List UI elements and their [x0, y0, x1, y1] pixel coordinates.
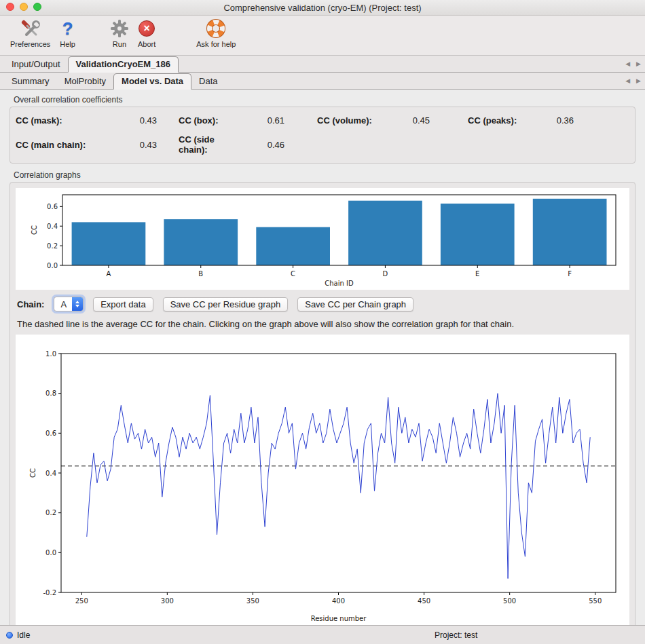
zoom-button[interactable]	[33, 3, 41, 11]
cc-per-chain-chart-panel: 0.00.20.40.6ABCDEFChain IDCC	[16, 188, 629, 290]
tab-molprobity[interactable]: MolProbity	[57, 74, 113, 89]
chevron-up-down-icon	[72, 297, 83, 311]
inner-tab-bar: Summary MolProbity Model vs. Data Data ◀…	[0, 73, 645, 90]
svg-text:500: 500	[503, 597, 516, 605]
traffic-lights	[6, 3, 41, 11]
help-question-icon: ?	[62, 18, 73, 39]
tab-scroll-left-icon[interactable]: ◀	[625, 78, 630, 84]
ask-for-help-button[interactable]: Ask for help	[191, 18, 240, 48]
export-data-button[interactable]: Export data	[93, 297, 153, 311]
run-label: Run	[113, 40, 126, 48]
svg-text:B: B	[198, 270, 203, 278]
svg-text:F: F	[568, 270, 572, 278]
svg-text:Chain ID: Chain ID	[325, 280, 354, 287]
svg-text:0.2: 0.2	[47, 242, 58, 250]
abort-icon: ×	[139, 18, 155, 39]
cc-box-label: CC (box):	[179, 115, 245, 126]
tab-model-vs-data[interactable]: Model vs. Data	[113, 73, 191, 90]
cc-mask-label: CC (mask):	[16, 115, 112, 126]
svg-text:CC: CC	[31, 225, 38, 235]
lifering-icon	[206, 18, 225, 39]
svg-text:D: D	[383, 270, 388, 278]
svg-text:450: 450	[418, 597, 430, 605]
cc-per-chain-bar-chart[interactable]: 0.00.20.40.6ABCDEFChain IDCC	[17, 188, 628, 290]
tab-summary[interactable]: Summary	[4, 74, 57, 89]
save-cc-per-residue-button[interactable]: Save CC per Residue graph	[163, 297, 289, 311]
toolbar: Preferences ? Help Run	[0, 16, 645, 56]
window-title: Comprehensive validation (cryo-EM) (Proj…	[223, 3, 421, 13]
cc-row-1: CC (mask):0.43 CC (box):0.61 CC (volume)…	[16, 115, 629, 126]
svg-text:Residue number: Residue number	[311, 615, 367, 622]
overall-cc-title: Overall correlation coefficients	[14, 95, 635, 105]
tab-scroll-left-icon[interactable]: ◀	[625, 61, 630, 67]
cc-peaks-value: 0.36	[534, 115, 574, 126]
svg-text:350: 350	[246, 597, 259, 605]
svg-text:0.4: 0.4	[45, 470, 56, 477]
tab-scroll-right-icon[interactable]: ▶	[636, 78, 641, 84]
cc-side-chain-label: CC (side chain):	[179, 134, 245, 155]
cc-side-chain-value: 0.46	[245, 140, 284, 150]
svg-text:0.2: 0.2	[45, 509, 56, 516]
svg-text:A: A	[106, 270, 111, 278]
preferences-label: Preferences	[10, 40, 50, 48]
svg-text:0.0: 0.0	[45, 549, 56, 556]
chain-controls: Chain: A Export data Save CC per Residue…	[17, 297, 629, 311]
cc-peaks-label: CC (peaks):	[468, 115, 534, 126]
svg-text:0.6: 0.6	[45, 430, 56, 437]
abort-label: Abort	[138, 40, 155, 48]
chain-select-value: A	[54, 297, 72, 311]
status-text: Idle	[17, 630, 30, 640]
run-button[interactable]: Run	[106, 18, 133, 48]
svg-text:550: 550	[589, 597, 602, 605]
svg-text:250: 250	[75, 597, 88, 605]
ask-for-help-label: Ask for help	[196, 40, 236, 48]
chain-select[interactable]: A	[54, 297, 84, 311]
preferences-tools-icon	[20, 18, 41, 39]
cc-per-residue-line-chart: -0.20.00.20.40.60.81.0250300350400450500…	[17, 335, 628, 625]
svg-text:0.0: 0.0	[47, 262, 58, 269]
svg-text:0.8: 0.8	[45, 390, 56, 397]
minimize-button[interactable]	[20, 3, 28, 11]
svg-text:C: C	[291, 270, 295, 278]
preferences-button[interactable]: Preferences	[5, 18, 55, 48]
overall-cc-group: Overall correlation coefficients CC (mas…	[10, 95, 635, 164]
dashed-line-note: The dashed line is the average CC for th…	[17, 319, 629, 329]
tab-input-output[interactable]: Input/Output	[4, 57, 68, 72]
svg-text:E: E	[475, 270, 479, 278]
cc-main-chain-value: 0.43	[112, 140, 157, 150]
svg-text:1.0: 1.0	[45, 350, 56, 358]
project-label: Project: test	[435, 630, 477, 640]
svg-text:300: 300	[161, 597, 174, 605]
close-button[interactable]	[6, 3, 14, 11]
cc-row-2: CC (main chain):0.43 CC (side chain):0.4…	[16, 134, 629, 155]
save-cc-per-chain-button[interactable]: Save CC per Chain graph	[297, 297, 413, 311]
svg-text:0.6: 0.6	[47, 203, 58, 210]
svg-text:0.4: 0.4	[47, 223, 58, 230]
abort-button[interactable]: × Abort	[133, 18, 160, 48]
cc-mask-value: 0.43	[112, 115, 157, 126]
statusbar: Idle Project: test	[0, 625, 645, 644]
cc-main-chain-label: CC (main chain):	[16, 140, 112, 150]
cc-volume-value: 0.45	[389, 115, 430, 126]
tab-data[interactable]: Data	[191, 74, 225, 89]
svg-text:-0.2: -0.2	[43, 589, 56, 596]
cc-per-residue-chart-panel: -0.20.00.20.40.60.81.0250300350400450500…	[16, 335, 629, 625]
svg-text:400: 400	[332, 597, 345, 605]
titlebar: Comprehensive validation (cryo-EM) (Proj…	[0, 0, 645, 16]
outer-tab-bar: Input/Output ValidationCryoEM_186 ◀ ▶	[0, 56, 645, 73]
correlation-graphs-title: Correlation graphs	[14, 170, 635, 180]
correlation-graphs-group: Correlation graphs 0.00.20.40.6ABCDEFCha…	[10, 170, 635, 625]
tab-validationcryoem-186[interactable]: ValidationCryoEM_186	[68, 56, 179, 73]
cc-volume-label: CC (volume):	[317, 115, 389, 126]
chain-label: Chain:	[17, 299, 44, 309]
svg-text:CC: CC	[29, 468, 37, 478]
cc-box-value: 0.61	[245, 115, 284, 126]
help-label: Help	[60, 40, 75, 48]
tab-scroll-right-icon[interactable]: ▶	[636, 61, 641, 67]
help-button[interactable]: ? Help	[55, 18, 80, 48]
status-dot-icon	[6, 632, 13, 639]
main-content: Overall correlation coefficients CC (mas…	[0, 90, 645, 625]
app-window: Comprehensive validation (cryo-EM) (Proj…	[0, 0, 645, 644]
run-gear-icon	[111, 18, 128, 39]
